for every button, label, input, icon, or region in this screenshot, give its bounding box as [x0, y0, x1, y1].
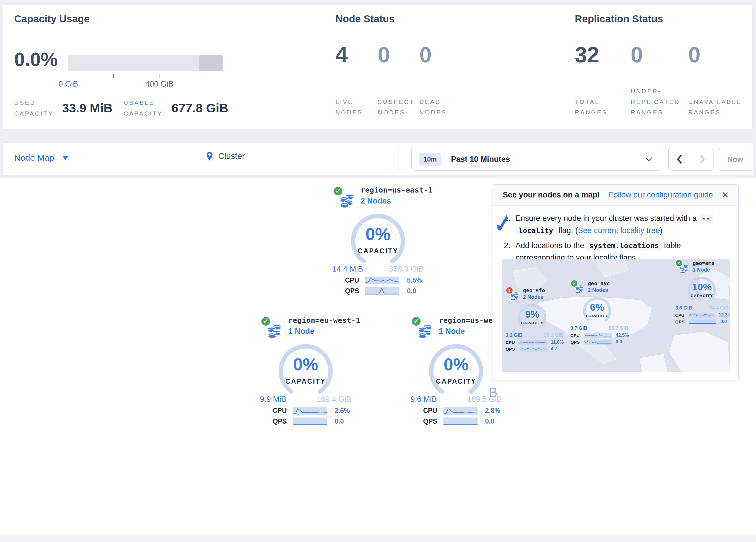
capacity-gauge: 10% CAPACITY: [684, 275, 720, 305]
region-node-eu-west-1[interactable]: ✓ region=eu-west-1 1 Node 0% CAPACITY 9.…: [260, 316, 351, 425]
geo-node-ams[interactable]: ✓ geo=ams 1 Node: [675, 260, 730, 324]
suspect-nodes-label: SUSPECTNODES: [378, 97, 419, 118]
breadcrumb[interactable]: Cluster: [206, 151, 245, 161]
capacity-bar: [68, 55, 223, 71]
cpu-sparkline: [584, 333, 612, 338]
cpu-value: 2.6%: [335, 407, 350, 415]
cpu-row: CPU 42.5%: [570, 333, 633, 338]
qps-label: QPS: [345, 287, 362, 295]
qps-label: QPS: [273, 418, 289, 425]
used-value: 9.9 MiB: [260, 395, 287, 404]
used-capacity-label: USED CAPACITY: [14, 98, 53, 119]
time-range-label: Past 10 Minutes: [451, 155, 510, 164]
blue-check-icon: ✓: [492, 206, 514, 242]
under-replicated-label: UNDER-REPLICATEDRANGES: [631, 86, 688, 118]
capacity-percent: 10%: [684, 282, 720, 293]
qps-sparkline: [365, 287, 399, 295]
qps-value: 0.0: [407, 287, 416, 295]
close-icon[interactable]: ✕: [722, 191, 729, 199]
time-next-button[interactable]: [691, 148, 713, 170]
qps-row: QPS 0.0: [260, 418, 351, 425]
used-capacity-value: 33.9 MiB: [62, 101, 112, 115]
geo-node-count: 2 Nodes: [588, 287, 633, 293]
capacity-percent: 9%: [514, 309, 550, 320]
status-ok-icon: ✓: [260, 316, 271, 327]
unavailable-count: 0: [688, 42, 700, 67]
replication-status-title: Replication Status: [575, 13, 663, 25]
cpu-sparkline: [520, 340, 547, 345]
region-header: ✓ region=us-west-1 1 Node: [410, 316, 502, 341]
total-value: 169.4 GiB: [317, 395, 351, 404]
capacity-caption: CAPACITY: [514, 321, 550, 325]
total-value: 338.9 GiB: [389, 264, 424, 274]
geo-node-count: 1 Node: [693, 267, 730, 273]
locality-flag-code: locality: [515, 226, 556, 235]
chevron-right-icon: [699, 154, 705, 164]
region-header: ✓ region=us-east-1 2 Nodes: [332, 186, 424, 210]
locality-tree-link[interactable]: See current locality tree: [578, 226, 660, 235]
qps-label: QPS: [570, 340, 583, 345]
qps-sparkline: [689, 319, 716, 324]
cpu-value: 5.5%: [407, 277, 422, 284]
capacity-gauge: 0% CAPACITY: [346, 212, 410, 266]
region-node-count: 2 Nodes: [361, 196, 424, 205]
time-range-badge: 10m: [419, 153, 441, 166]
qps-value: 0.0: [720, 319, 727, 324]
region-node-us-east-1[interactable]: ✓ region=us-east-1 2 Nodes 0% CAPACITY 1…: [332, 186, 424, 295]
breadcrumb-cluster-label: Cluster: [218, 151, 245, 161]
capacity-values: 14.4 MiB 338.9 GiB: [332, 264, 424, 274]
capacity-values: 9.6 MiB 169.5 GiB: [410, 395, 502, 404]
geo-node-nyc[interactable]: ✓ geo=nyc 2 Nodes: [570, 280, 633, 345]
cpu-label: CPU: [345, 277, 362, 284]
used-value: 3.2 GiB: [506, 333, 523, 338]
dead-nodes-count: 0: [419, 42, 432, 67]
capacity-bar-reserved-segment: [199, 55, 223, 71]
guide-header: See your nodes on a map! Follow our conf…: [493, 185, 738, 205]
used-value: 9.6 MiB: [410, 395, 437, 404]
region-node-us-west-1[interactable]: ✓ region=us-west-1 1 Node 0% CAPACITY 9.…: [410, 316, 502, 425]
capacity-gauge: 0% CAPACITY: [274, 342, 337, 396]
status-ok-icon: ✓: [411, 316, 421, 327]
capacity-percent: 0%: [424, 354, 488, 374]
capacity-values: 3.2 GiB 35.1 GiB: [506, 333, 564, 338]
cpu-row: CPU 5.5%: [332, 277, 424, 284]
capacity-caption: CAPACITY: [684, 294, 720, 298]
capacity-caption: CAPACITY: [346, 247, 410, 255]
qps-label: QPS: [423, 418, 440, 425]
qps-row: QPS 0.0: [675, 319, 730, 324]
capacity-gauge: 0% CAPACITY: [424, 342, 488, 396]
cpu-label: CPU: [423, 407, 440, 415]
capacity-gauge: 9% CAPACITY: [514, 302, 550, 333]
now-button[interactable]: Now: [718, 148, 752, 170]
guide-step-1: 1. Ensure every node in your cluster was…: [504, 212, 727, 237]
cpu-row: CPU 12.3%: [675, 313, 730, 318]
qps-row: QPS 0.0: [332, 287, 424, 295]
geo-node-sfo[interactable]: 1 geo=sfo 2 Nodes: [506, 287, 568, 352]
cpu-label: CPU: [506, 340, 518, 345]
capacity-axis: [68, 74, 223, 78]
capacity-caption: CAPACITY: [424, 378, 488, 385]
system-locations-code: system.locations: [586, 241, 662, 250]
cpu-sparkline: [293, 407, 327, 415]
capacity-tick-400: 400 GiB: [145, 80, 174, 89]
time-range-select[interactable]: 10m Past 10 Minutes: [411, 148, 660, 170]
time-prev-button[interactable]: [669, 148, 691, 170]
step-text: Ensure every node in your cluster was st…: [515, 212, 713, 237]
region-name: region=us-east-1: [361, 186, 424, 194]
map-configuration-guide-panel: See your nodes on a map! Follow our conf…: [493, 184, 739, 380]
qps-value: 0.0: [335, 418, 344, 425]
qps-sparkline: [443, 418, 478, 425]
configuration-guide-link[interactable]: Follow our configuration guide: [609, 190, 713, 199]
replication-labels: TOTALRANGES UNDER-REPLICATEDRANGES UNAVA…: [575, 81, 742, 118]
qps-row: QPS 0.0: [410, 418, 502, 425]
total-value: 65.7 GiB: [609, 326, 628, 331]
capacity-caption: CAPACITY: [274, 378, 337, 385]
view-selector-dropdown[interactable]: Node Map: [14, 153, 69, 163]
qps-value: 0.0: [616, 339, 622, 345]
cpu-value: 12.3%: [719, 313, 730, 318]
cluster-summary-panel: Capacity Usage 0.0% 0 GiB 400 GiB USED C…: [3, 5, 753, 130]
usable-capacity-stat: USABLE CAPACITY 677.8 GiB: [124, 98, 228, 119]
qps-value: 4.7: [551, 346, 557, 352]
node-status-labels: LIVENODES SUSPECTNODES DEADNODES: [335, 92, 447, 118]
region-name: region=eu-west-1: [288, 316, 351, 325]
